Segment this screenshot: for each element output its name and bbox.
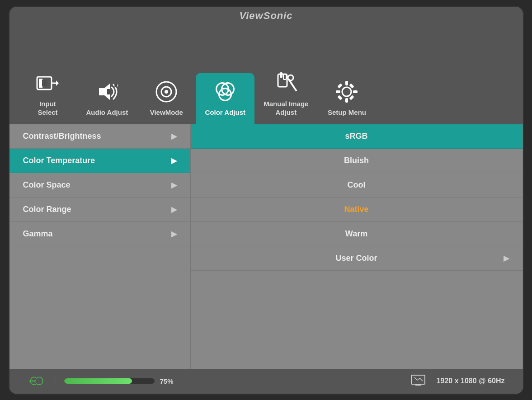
divider-1 [55,375,55,387]
nav-item-viewmode[interactable]: ViewMode [137,73,196,124]
svg-rect-27 [345,98,348,103]
nav-label-audio-adjust: Audio Adjust [86,108,128,117]
submenu-item-warm[interactable]: Warm [191,222,523,246]
manual-image-adjust-icon [273,71,299,96]
main-content: Contrast/Brightness ▶ Color Temperature … [9,124,523,394]
svg-rect-28 [336,90,340,93]
submenu-item-cool[interactable]: Cool [191,173,523,198]
submenu-item-srgb[interactable]: sRGB [191,124,523,149]
svg-line-23 [289,80,296,90]
nav-label-manual-image-adjust: Manual ImageAdjust [264,99,308,117]
nav-label-setup-menu: Setup Menu [328,108,366,117]
svg-rect-22 [283,74,286,80]
audio-adjust-icon [94,79,120,104]
menu-item-contrast-brightness[interactable]: Contrast/Brightness ▶ [9,124,190,149]
arrow-icon: ▶ [171,181,177,189]
svg-point-24 [288,75,293,80]
input-select-icon [35,71,61,96]
resolution-info: 1920 x 1080 @ 60Hz [411,375,505,387]
arrow-icon: ▶ [171,132,177,141]
svg-text:eco: eco [29,379,37,383]
arrow-icon: ▶ [171,205,177,214]
brand-logo: ViewSonic [239,10,292,22]
progress-container: 75% [64,377,174,385]
status-bar: eco 75% 19 [9,369,523,394]
monitor-frame: ViewSonic InputSelect [9,6,524,395]
progress-bar-fill [64,378,132,384]
nav-label-color-adjust: Color Adjust [205,108,245,117]
eco-logo: eco [28,376,46,387]
svg-marker-3 [56,80,59,86]
top-bar: ViewSonic [9,7,523,25]
submenu-item-native[interactable]: Native [191,198,523,222]
arrow-icon: ▶ [171,156,177,165]
svg-rect-21 [280,72,282,78]
svg-point-25 [342,87,351,96]
submenu-item-user-color[interactable]: User Color ▶ [191,246,523,271]
svg-rect-10 [115,84,117,87]
svg-rect-29 [353,90,358,93]
nav-item-setup-menu[interactable]: Setup Menu [317,73,376,124]
resolution-text: 1920 x 1080 @ 60Hz [437,377,505,385]
svg-rect-26 [345,81,348,85]
screen-icon [411,375,425,387]
svg-rect-8 [107,89,110,94]
viewmode-icon [154,79,179,104]
svg-rect-31 [338,95,343,100]
left-panel: Contrast/Brightness ▶ Color Temperature … [9,124,190,369]
submenu-arrow-icon: ▶ [504,254,509,263]
nav-item-color-adjust[interactable]: Color Adjust [196,73,254,124]
nav-item-input-select[interactable]: InputSelect [19,64,77,124]
menu-item-color-range[interactable]: Color Range ▶ [9,198,190,222]
divider-2 [431,375,431,387]
submenu-item-bluish[interactable]: Bluish [191,149,523,173]
color-adjust-icon [212,79,238,104]
nav-label-input-select: InputSelect [38,99,57,117]
progress-bar-background [64,378,155,384]
menu-item-gamma[interactable]: Gamma ▶ [9,222,190,246]
content-inner: Contrast/Brightness ▶ Color Temperature … [9,124,523,369]
nav-label-viewmode: ViewMode [150,108,183,117]
nav-item-manual-image-adjust[interactable]: Manual ImageAdjust [254,64,317,124]
nav-item-audio-adjust[interactable]: Audio Adjust [77,73,137,124]
svg-point-13 [165,90,168,94]
setup-menu-icon [334,79,359,104]
menu-item-color-space[interactable]: Color Space ▶ [9,173,190,198]
right-panel: sRGB Bluish Cool Native Warm User Color … [190,124,523,369]
menu-item-color-temperature[interactable]: Color Temperature ▶ [9,149,190,173]
arrow-icon: ▶ [171,230,177,238]
nav-bar: InputSelect Audio Adjust [9,25,523,124]
svg-rect-30 [338,83,343,88]
svg-rect-1 [39,79,42,88]
progress-label: 75% [160,377,174,385]
